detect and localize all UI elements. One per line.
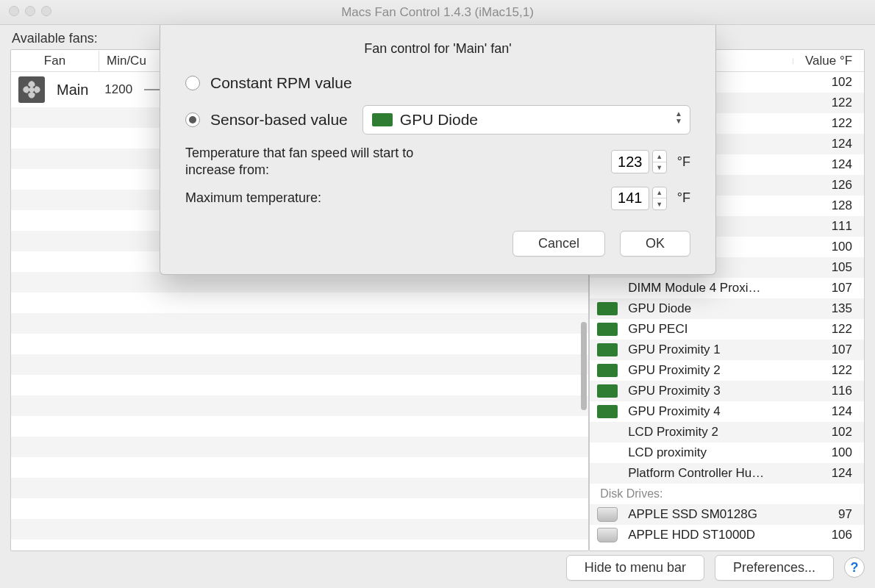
radio-constant[interactable] bbox=[185, 76, 200, 90]
minimize-icon[interactable] bbox=[25, 6, 35, 16]
sensor-value: 100 bbox=[813, 240, 857, 254]
radio-constant-row[interactable]: Constant RPM value bbox=[185, 74, 690, 92]
sensor-row[interactable]: Platform Controller Hu…124 bbox=[590, 463, 864, 484]
chip-icon bbox=[597, 405, 618, 418]
sensor-name: GPU Proximity 1 bbox=[625, 343, 805, 357]
disk-icon bbox=[597, 528, 618, 542]
sensor-row[interactable]: GPU Proximity 1107 bbox=[590, 340, 864, 360]
ok-button[interactable]: OK bbox=[620, 231, 690, 257]
sensor-select[interactable]: GPU Diode ▲▼ bbox=[362, 105, 690, 135]
sensor-name: LCD Proximity 2 bbox=[625, 425, 805, 440]
fan-name: Main bbox=[57, 82, 88, 98]
radio-sensor-row[interactable]: Sensor-based value bbox=[185, 111, 348, 129]
sensor-name: DIMM Module 4 Proxi… bbox=[625, 281, 805, 295]
chevron-down-icon[interactable]: ▼ bbox=[653, 198, 666, 209]
sheet-title: Fan control for 'Main' fan' bbox=[185, 41, 690, 57]
sensor-row[interactable]: GPU Proximity 2122 bbox=[590, 360, 864, 381]
sensor-row[interactable]: GPU Proximity 3116 bbox=[590, 381, 864, 401]
sensor-value: 128 bbox=[813, 198, 857, 213]
fan-icon bbox=[18, 76, 45, 103]
sensor-row[interactable]: LCD Proximity 2102 bbox=[590, 422, 864, 442]
chip-icon bbox=[597, 302, 618, 315]
max-temp-stepper[interactable]: ▲ ▼ bbox=[652, 187, 667, 210]
sensor-name: GPU Proximity 4 bbox=[625, 404, 805, 419]
sensor-name: Platform Controller Hu… bbox=[625, 466, 805, 481]
chip-icon bbox=[597, 384, 618, 398]
sensor-row[interactable]: GPU Diode135 bbox=[590, 298, 864, 319]
disk-icon bbox=[597, 507, 618, 522]
sensor-value: 106 bbox=[813, 528, 857, 542]
blank-icon bbox=[597, 467, 618, 480]
sensor-value: 116 bbox=[813, 384, 857, 398]
chevron-down-icon[interactable]: ▼ bbox=[653, 162, 666, 173]
sensor-value: 122 bbox=[813, 322, 857, 337]
sensor-value: 97 bbox=[813, 507, 857, 522]
sensor-value: 124 bbox=[813, 157, 857, 172]
chip-icon bbox=[597, 364, 618, 377]
sensor-name: GPU PECI bbox=[625, 322, 805, 337]
fan-control-sheet: Fan control for 'Main' fan' Constant RPM… bbox=[160, 25, 716, 275]
sensor-value: 102 bbox=[813, 425, 857, 440]
sensor-row[interactable]: DIMM Module 4 Proxi…107 bbox=[590, 278, 864, 298]
sensor-value: 124 bbox=[813, 137, 857, 151]
sensor-value: 122 bbox=[813, 116, 857, 131]
sensor-value: 105 bbox=[813, 260, 857, 275]
max-temp-label: Maximum temperature: bbox=[185, 190, 321, 207]
window-title: Macs Fan Control 1.4.3 (iMac15,1) bbox=[341, 5, 534, 20]
col-fan[interactable]: Fan bbox=[11, 51, 99, 71]
sensor-value: 111 bbox=[813, 219, 857, 234]
chevron-up-icon[interactable]: ▲ bbox=[653, 151, 666, 162]
sensor-name: GPU Proximity 3 bbox=[625, 384, 805, 398]
help-button[interactable]: ? bbox=[844, 557, 865, 578]
sensor-name: GPU Proximity 2 bbox=[625, 363, 805, 378]
chip-icon bbox=[597, 343, 618, 356]
footer: Hide to menu bar Preferences... ? bbox=[566, 553, 865, 582]
traffic-lights bbox=[9, 6, 51, 16]
sensor-row[interactable]: APPLE HDD ST1000D106 bbox=[590, 525, 864, 545]
radio-constant-label: Constant RPM value bbox=[210, 74, 352, 92]
scrollbar-thumb[interactable] bbox=[581, 322, 587, 410]
col-value[interactable]: Value °F bbox=[793, 51, 864, 71]
chip-icon bbox=[597, 323, 618, 336]
sensor-row: Disk Drives: bbox=[590, 484, 864, 504]
start-temp-label: Temperature that fan speed will start to… bbox=[185, 145, 450, 179]
sensor-value: 126 bbox=[813, 178, 857, 193]
sensor-name: APPLE HDD ST1000D bbox=[625, 528, 805, 542]
unit-label: °F bbox=[677, 154, 690, 170]
cancel-button[interactable]: Cancel bbox=[512, 231, 605, 257]
chevron-up-icon[interactable]: ▲ bbox=[653, 187, 666, 199]
chip-icon bbox=[372, 113, 393, 126]
sensor-value: 100 bbox=[813, 445, 857, 460]
sensor-value: 124 bbox=[813, 404, 857, 419]
sensor-name: GPU Diode bbox=[625, 301, 805, 316]
blank-icon bbox=[597, 282, 618, 295]
hide-button[interactable]: Hide to menu bar bbox=[566, 555, 704, 581]
sensor-name: LCD proximity bbox=[625, 445, 805, 460]
sensor-row[interactable]: GPU Proximity 4124 bbox=[590, 401, 864, 422]
sensor-value: 135 bbox=[813, 301, 857, 316]
blank-icon bbox=[597, 426, 618, 439]
fan-min: 1200 bbox=[104, 82, 132, 97]
max-temp-input[interactable] bbox=[611, 187, 649, 210]
blank-icon bbox=[597, 446, 618, 459]
sensor-row[interactable]: LCD proximity100 bbox=[590, 442, 864, 463]
start-temp-stepper[interactable]: ▲ ▼ bbox=[652, 150, 667, 173]
unit-label: °F bbox=[677, 190, 690, 206]
sensor-value: 107 bbox=[813, 343, 857, 357]
radio-sensor[interactable] bbox=[185, 112, 200, 127]
titlebar: Macs Fan Control 1.4.3 (iMac15,1) bbox=[0, 0, 875, 25]
start-temp-input[interactable] bbox=[611, 150, 649, 173]
sensor-name: APPLE SSD SM0128G bbox=[625, 507, 805, 522]
sensor-value: 124 bbox=[813, 466, 857, 481]
sensor-value: 107 bbox=[813, 281, 857, 295]
preferences-button[interactable]: Preferences... bbox=[715, 555, 834, 581]
chevron-updown-icon: ▲▼ bbox=[675, 110, 682, 125]
radio-sensor-label: Sensor-based value bbox=[210, 111, 348, 129]
section-label: Disk Drives: bbox=[597, 487, 662, 501]
sensor-value: 102 bbox=[813, 75, 857, 90]
sensor-row[interactable]: APPLE SSD SM0128G97 bbox=[590, 504, 864, 525]
sensor-row[interactable]: GPU PECI122 bbox=[590, 319, 864, 340]
zoom-icon[interactable] bbox=[41, 6, 51, 16]
close-icon[interactable] bbox=[9, 6, 19, 16]
sensor-value: 122 bbox=[813, 96, 857, 110]
